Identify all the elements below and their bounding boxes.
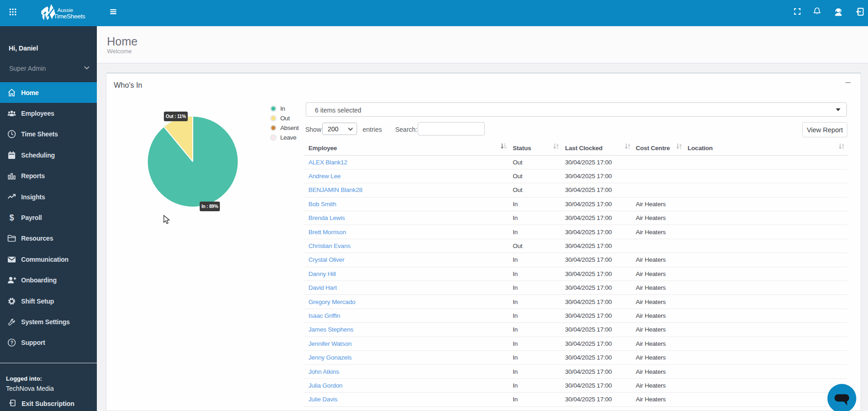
svg-text:?: ? bbox=[10, 340, 13, 345]
